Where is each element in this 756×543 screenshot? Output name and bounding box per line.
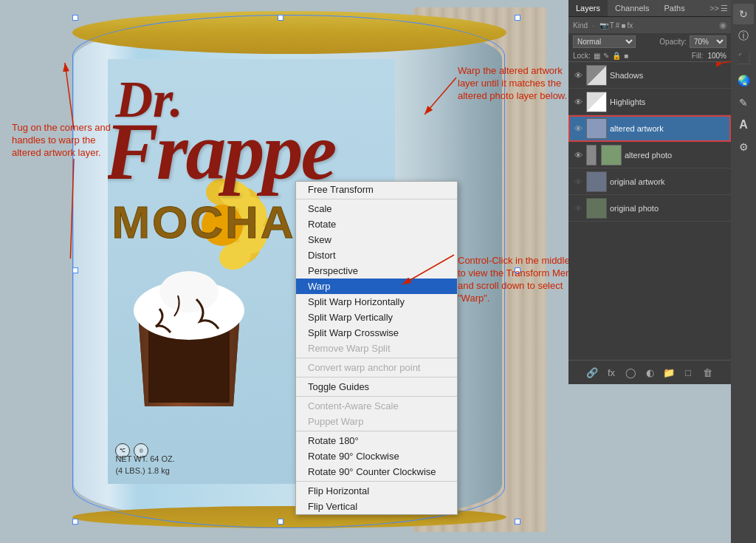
selection-handle-ml[interactable] — [72, 267, 78, 273]
tab-paths[interactable]: Paths — [657, 0, 693, 16]
menu-item-split-warp-v[interactable]: Split Warp Vertically — [296, 310, 457, 325]
context-menu: Free Transform Scale Rotate Skew Distort… — [295, 181, 458, 515]
layer-name-original-artwork: original artwork — [610, 177, 726, 186]
layer-visibility-highlights[interactable]: 👁 — [573, 97, 583, 107]
menu-item-puppet-warp[interactable]: Puppet Warp — [296, 414, 457, 429]
frappe-text: Frappe — [108, 111, 334, 192]
layer-adjustment-button[interactable]: ◐ — [642, 365, 657, 380]
layer-group-button[interactable]: 📁 — [662, 365, 676, 380]
menu-item-scale[interactable]: Scale — [296, 201, 457, 216]
layer-fx-button[interactable]: fx — [604, 365, 619, 380]
lock-all-icon[interactable]: ■ — [624, 52, 628, 60]
layer-name-altered-photo: altered photo — [625, 151, 726, 160]
layers-mode-bar: Normal Multiply Screen Overlay Opacity: … — [568, 33, 731, 50]
layers-list: 👁 Shadows 👁 Highlights 👁 altered artwork… — [568, 62, 731, 222]
menu-separator-1 — [296, 199, 457, 199]
menu-item-rotate-90-ccw[interactable]: Rotate 90° Counter Clockwise — [296, 464, 457, 479]
menu-item-perspective[interactable]: Perspective — [296, 263, 457, 279]
selection-handle-tl[interactable] — [72, 15, 78, 21]
opacity-select[interactable]: 70% 100% 50% — [690, 35, 726, 48]
filter-icon-1[interactable]: 📷 — [599, 21, 608, 30]
layer-row-altered-photo[interactable]: 👁 altered photo — [568, 142, 731, 168]
menu-item-content-aware[interactable]: Content-Aware Scale — [296, 398, 457, 414]
layer-visibility-altered-artwork[interactable]: 👁 — [573, 123, 583, 134]
menu-item-rotate[interactable]: Rotate — [296, 216, 457, 232]
menu-item-remove-warp-split[interactable]: Remove Warp Split — [296, 341, 457, 356]
layer-row-altered-artwork[interactable]: 👁 altered artwork — [568, 115, 731, 142]
lock-position-icon[interactable]: 🔒 — [612, 52, 621, 60]
layer-visibility-original-artwork[interactable]: 👁 — [573, 177, 583, 187]
layer-visibility-altered-photo[interactable]: 👁 — [573, 150, 583, 160]
tab-channels[interactable]: Channels — [608, 0, 656, 16]
filter-toggle-icon[interactable]: ◉ — [719, 20, 726, 30]
menu-item-flip-v[interactable]: Flip Vertical — [296, 499, 457, 514]
blend-mode-select[interactable]: Normal Multiply Screen Overlay — [573, 35, 636, 48]
tool-info[interactable]: ⓘ — [733, 26, 754, 47]
menu-item-toggle-guides[interactable]: Toggle Guides — [296, 379, 457, 395]
layer-visibility-original-photo[interactable]: 👁 — [573, 203, 583, 214]
layer-row-original-artwork[interactable]: 👁 original artwork — [568, 168, 731, 195]
selection-handle-tr[interactable] — [515, 15, 520, 21]
tool-color[interactable]: ⬛ — [733, 48, 754, 69]
layer-delete-button[interactable]: 🗑 — [700, 365, 715, 380]
annotation-warp-artwork: Warp the Frappealtered artwork layer unt… — [458, 65, 572, 103]
net-weight-text: NET WT. 64 OZ.(4 LBS.) 1.8 kg — [115, 454, 174, 477]
layer-name-altered-artwork: altered artwork — [610, 124, 726, 133]
tool-history[interactable]: ↻ — [733, 4, 754, 24]
layer-row-highlights[interactable]: 👁 Highlights — [568, 89, 731, 115]
layers-bottom-toolbar: 🔗 fx ◯ ◐ 📁 □ 🗑 — [568, 360, 731, 384]
layer-name-shadows: Shadows — [610, 71, 726, 80]
filter-icon-4[interactable]: ■ — [621, 21, 625, 30]
layers-tabs: Layers Channels Paths >> ☰ — [568, 0, 731, 17]
can-top — [72, 11, 506, 54]
selection-handle-tm[interactable] — [278, 15, 284, 21]
layer-row-original-photo[interactable]: 👁 original photo — [568, 195, 731, 222]
menu-separator-5 — [296, 431, 457, 431]
tool-puzzle[interactable]: ⚙ — [733, 137, 754, 157]
svg-point-12 — [159, 271, 219, 313]
filter-icon-3[interactable]: # — [616, 21, 620, 30]
layers-search-bar: Kind - 📷 T # ■ fx ◉ — [568, 17, 731, 33]
layer-visibility-shadows[interactable]: 👁 — [573, 70, 583, 81]
selection-handle-bm[interactable] — [278, 519, 284, 525]
filter-icon-5[interactable]: fx — [627, 21, 633, 30]
layer-link-button[interactable]: 🔗 — [585, 365, 599, 380]
menu-item-distort[interactable]: Distort — [296, 247, 457, 263]
search-kind-label: Kind — [573, 21, 588, 30]
menu-item-split-warp-h[interactable]: Split Warp Horizontally — [296, 294, 457, 310]
selection-handle-bl[interactable] — [72, 519, 78, 525]
layer-thumb-altered-photo-mask — [586, 145, 597, 165]
menu-item-convert-warp[interactable]: Convert warp anchor point — [296, 360, 457, 375]
menu-item-flip-h[interactable]: Flip Horizontal — [296, 483, 457, 499]
filter-icon-2[interactable]: T — [610, 21, 614, 30]
layers-panel-menu-icon[interactable]: >> — [709, 4, 719, 13]
layer-row-shadows[interactable]: 👁 Shadows — [568, 62, 731, 89]
menu-item-split-warp-c[interactable]: Split Warp Crosswise — [296, 325, 457, 341]
tool-brush[interactable]: ✎ — [733, 92, 754, 113]
layer-thumb-original-artwork — [586, 171, 607, 192]
layer-mask-button[interactable]: ◯ — [623, 365, 638, 380]
menu-separator-2 — [296, 358, 457, 358]
layer-thumb-altered-photo — [601, 145, 622, 165]
tool-text[interactable]: A — [733, 115, 754, 135]
layers-lock-bar: Lock: ▦ ✎ 🔒 ■ Fill: 100% — [568, 50, 731, 62]
menu-item-skew[interactable]: Skew — [296, 232, 457, 247]
layer-thumb-shadows — [586, 65, 607, 86]
menu-item-warp[interactable]: Warp — [296, 279, 457, 294]
layer-thumb-highlights — [586, 92, 607, 112]
search-separator: - — [592, 21, 595, 30]
tab-layers[interactable]: Layers — [568, 0, 608, 16]
tool-globe[interactable]: 🌏 — [733, 70, 754, 91]
menu-item-rotate-180[interactable]: Rotate 180° — [296, 433, 457, 448]
layer-thumb-original-photo — [586, 198, 607, 219]
annotation-control-click: Control-Click in the middle to view the … — [458, 255, 580, 305]
lock-image-icon[interactable]: ✎ — [603, 52, 609, 60]
menu-item-free-transform[interactable]: Free Transform — [296, 182, 457, 197]
menu-item-rotate-90-cw[interactable]: Rotate 90° Clockwise — [296, 448, 457, 464]
lock-transparent-icon[interactable]: ▦ — [594, 52, 600, 60]
fill-label: Fill: — [692, 52, 704, 60]
layer-new-button[interactable]: □ — [681, 365, 695, 380]
layers-panel-close-icon[interactable]: ☰ — [721, 4, 728, 13]
selection-handle-br[interactable] — [515, 519, 520, 525]
opacity-label: Opacity: — [659, 38, 687, 46]
